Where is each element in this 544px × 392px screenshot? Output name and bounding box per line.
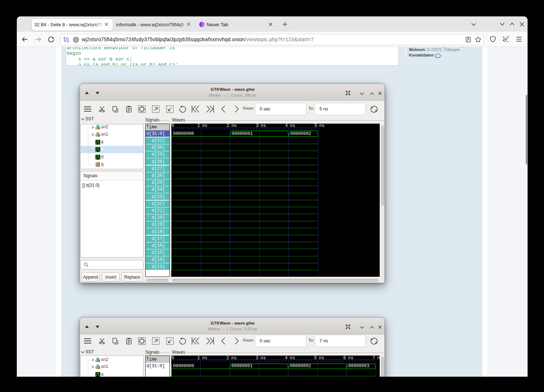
svg-text:ns: ns — [231, 124, 237, 128]
svg-text:ns: ns — [202, 124, 207, 128]
svg-text:00000001: 00000001 — [231, 364, 253, 369]
svg-text:ns: ns — [290, 124, 295, 128]
svg-text:00000002: 00000002 — [290, 131, 311, 136]
svg-text:2: 2 — [227, 124, 229, 128]
svg-text:ns: ns — [319, 124, 324, 128]
svg-text:ns: ns — [378, 356, 380, 361]
svg-text:0: 0 — [172, 124, 174, 128]
svg-text:3: 3 — [256, 124, 258, 128]
svg-text:00000000: 00000000 — [173, 131, 194, 136]
svg-text:ns: ns — [261, 124, 266, 128]
svg-text:00000000: 00000000 — [173, 364, 194, 369]
svg-text:00000001: 00000001 — [232, 131, 253, 136]
svg-text:00000003: 00000003 — [348, 364, 369, 369]
svg-text:00000002: 00000002 — [290, 364, 311, 369]
svg-text:5: 5 — [314, 124, 317, 128]
svg-text:4: 4 — [285, 124, 288, 128]
svg-text:1: 1 — [197, 124, 200, 128]
